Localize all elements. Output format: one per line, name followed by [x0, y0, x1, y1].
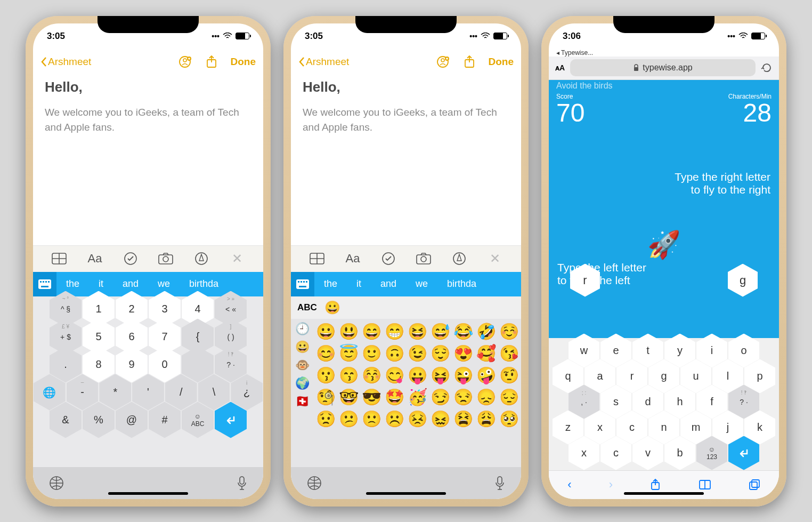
emoji[interactable]: 😉 — [408, 344, 427, 363]
share-icon[interactable] — [462, 54, 477, 69]
emoji-cat-travel[interactable]: 🌍 — [295, 376, 310, 390]
suggestion[interactable]: birthda — [180, 278, 228, 290]
note-content[interactable]: Hello, We welcome you to iGeeks, a team … — [291, 75, 521, 245]
suggestion[interactable]: it — [347, 278, 371, 290]
globe-icon[interactable] — [307, 476, 322, 491]
keyboard-logo-icon[interactable] — [291, 272, 314, 296]
emoji[interactable]: 🤩 — [385, 388, 404, 406]
close-icon[interactable]: ✕ — [229, 251, 245, 267]
emoji[interactable]: 😋 — [385, 366, 404, 384]
globe-icon[interactable] — [49, 476, 64, 491]
emoji[interactable]: 😙 — [339, 366, 359, 384]
suggestion[interactable]: birthda — [437, 278, 486, 290]
emoji[interactable]: ☺️ — [499, 322, 519, 341]
emoji[interactable]: 😂 — [453, 322, 473, 341]
abc-button[interactable]: ABC — [297, 302, 317, 313]
emoji-cat-smileys[interactable]: 😀 — [295, 340, 310, 354]
emoji[interactable]: 😒 — [453, 388, 473, 406]
format-icon[interactable]: Aa — [345, 251, 361, 267]
table-icon[interactable] — [309, 251, 325, 267]
emoji[interactable]: 😝 — [431, 366, 450, 384]
emoji[interactable]: 😎 — [362, 388, 381, 406]
emoji[interactable]: 😄 — [362, 322, 381, 341]
emoji[interactable]: 🧐 — [316, 388, 336, 406]
emoji[interactable]: 😖 — [431, 409, 450, 428]
emoji[interactable]: ☹️ — [385, 409, 404, 428]
emoji[interactable]: 😚 — [362, 366, 381, 384]
emoji[interactable]: 😘 — [499, 344, 519, 363]
emoji[interactable]: 😀 — [316, 322, 336, 341]
emoji[interactable]: 😞 — [476, 388, 496, 406]
markup-icon[interactable] — [451, 251, 467, 267]
emoji[interactable]: 😜 — [453, 366, 473, 384]
emoji[interactable]: 🤨 — [499, 366, 519, 384]
suggestion[interactable]: we — [148, 278, 180, 290]
emoji[interactable]: 😅 — [431, 322, 450, 341]
emoji[interactable]: 😆 — [408, 322, 427, 341]
add-person-icon[interactable] — [177, 54, 192, 69]
suggestion[interactable]: the — [314, 278, 347, 290]
emoji[interactable]: 😣 — [408, 409, 427, 428]
url-field[interactable]: typewise.app — [570, 59, 756, 76]
emoji[interactable]: 😌 — [431, 344, 450, 363]
reader-icon[interactable]: ᴀA — [555, 63, 565, 72]
suggestion[interactable]: the — [56, 278, 89, 290]
nav-back-icon[interactable]: ‹ — [567, 478, 571, 492]
bookmarks-icon[interactable] — [699, 479, 711, 490]
game-right-letter[interactable]: g — [728, 264, 758, 297]
back-button[interactable]: Arshmeet — [298, 56, 349, 68]
done-button[interactable]: Done — [489, 56, 514, 68]
close-icon[interactable]: ✕ — [487, 251, 503, 267]
emoji[interactable]: 😛 — [408, 366, 427, 384]
safari-share-icon[interactable] — [650, 478, 661, 491]
markup-icon[interactable] — [193, 251, 209, 267]
emoji[interactable]: 😃 — [339, 322, 359, 341]
emoji[interactable]: 😁 — [385, 322, 404, 341]
done-button[interactable]: Done — [231, 56, 256, 68]
emoji[interactable]: 🥳 — [408, 388, 427, 406]
tabs-icon[interactable] — [749, 479, 760, 491]
format-icon[interactable]: Aa — [87, 251, 103, 267]
checklist-icon[interactable] — [380, 251, 396, 267]
home-indicator[interactable] — [366, 492, 446, 495]
emoji[interactable]: 🤣 — [476, 322, 496, 341]
back-to-app[interactable]: ◂ Typewise... — [549, 49, 779, 57]
emoji-cat-animals[interactable]: 🐵 — [295, 358, 310, 372]
reload-icon[interactable] — [761, 62, 773, 74]
emoji[interactable]: 😗 — [316, 366, 336, 384]
note-content[interactable]: Hello, We welcome you to iGeeks, a team … — [33, 75, 263, 245]
home-indicator[interactable] — [108, 492, 188, 495]
emoji[interactable]: 🤓 — [339, 388, 359, 406]
emoji[interactable]: 🥺 — [499, 409, 519, 428]
camera-icon[interactable] — [158, 251, 174, 267]
emoji[interactable]: 😩 — [476, 409, 496, 428]
emoji[interactable]: 🙁 — [362, 409, 381, 428]
suggestion[interactable]: and — [113, 278, 148, 290]
emoji[interactable]: 🤪 — [476, 366, 496, 384]
emoji[interactable]: 😫 — [453, 409, 473, 428]
emoji[interactable]: 😕 — [339, 409, 359, 428]
home-indicator[interactable] — [624, 492, 704, 495]
share-icon[interactable] — [204, 54, 219, 69]
emoji[interactable]: 🥰 — [476, 344, 496, 363]
mic-icon[interactable] — [494, 476, 505, 491]
emoji-cat-recent[interactable]: 🕘 — [295, 322, 310, 336]
suggestion[interactable]: we — [406, 278, 437, 290]
emoji[interactable]: 🙂 — [362, 344, 381, 363]
emoji[interactable]: 😇 — [339, 344, 359, 363]
emoji[interactable]: 😟 — [316, 409, 336, 428]
camera-icon[interactable] — [416, 251, 432, 267]
table-icon[interactable] — [51, 251, 67, 267]
nav-forward-icon[interactable]: › — [609, 478, 613, 492]
suggestion[interactable]: it — [89, 278, 113, 290]
checklist-icon[interactable] — [123, 251, 139, 267]
emoji[interactable]: 🙃 — [385, 344, 404, 363]
suggestion[interactable]: and — [371, 278, 406, 290]
emoji[interactable]: 😏 — [431, 388, 450, 406]
emoji[interactable]: 😍 — [453, 344, 473, 363]
add-person-icon[interactable] — [435, 54, 450, 69]
mic-icon[interactable] — [237, 476, 247, 491]
emoji[interactable]: 😊 — [316, 344, 336, 363]
emoji[interactable]: 😔 — [499, 388, 519, 406]
emoji-cat-flags[interactable]: 🇨🇭 — [295, 395, 310, 408]
